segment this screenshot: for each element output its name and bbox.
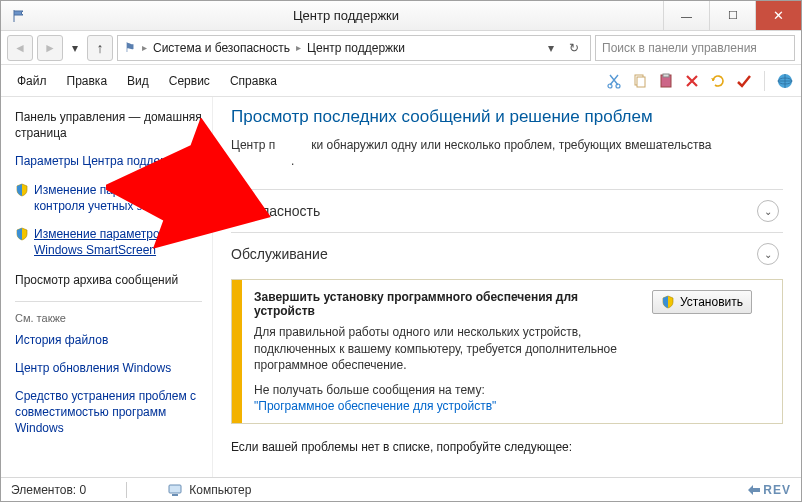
svg-rect-5 [663, 74, 669, 77]
address-bar-row: ◄ ► ▾ ↑ ⚑ ▸ Система и безопасность ▸ Цен… [1, 31, 801, 65]
sidebar-seealso-filehistory[interactable]: История файлов [15, 332, 202, 348]
menu-service[interactable]: Сервис [159, 70, 220, 92]
sidebar-item-archive[interactable]: Просмотр архива сообщений [15, 272, 202, 288]
status-computer-label: Компьютер [189, 483, 251, 497]
menu-edit[interactable]: Правка [57, 70, 118, 92]
chevron-right-icon: ▸ [142, 42, 147, 53]
address-bar[interactable]: ⚑ ▸ Система и безопасность ▸ Центр подде… [117, 35, 591, 61]
status-bar: Элементов: 0 Компьютер REV [1, 477, 801, 501]
expand-maintenance-button[interactable]: ⌄ [757, 243, 779, 265]
menu-view[interactable]: Вид [117, 70, 159, 92]
app-flag-icon [9, 6, 29, 26]
svg-point-0 [608, 84, 612, 88]
shield-icon [15, 183, 29, 197]
up-button[interactable]: ↑ [87, 35, 113, 61]
sidebar-item-smartscreen[interactable]: Изменение параметров Windows SmartScreen [15, 226, 202, 258]
page-heading: Просмотр последних сообщений и решение п… [231, 107, 783, 127]
alert-title: Завершить установку программного обеспеч… [254, 290, 640, 318]
sidebar-item-home[interactable]: Панель управления — домашняя страница [15, 109, 202, 141]
alert-suppress-link[interactable]: "Программное обеспечение для устройств" [254, 399, 640, 413]
brand-watermark: REV [747, 483, 791, 497]
shield-icon [15, 227, 29, 241]
page-subtext: Центр пxxxxxxки обнаружил одну или неско… [231, 137, 783, 169]
chevron-right-icon: ▸ [296, 42, 301, 53]
sidebar-item-uac[interactable]: Изменение параметров контроля учетных за… [15, 182, 202, 214]
status-elements-count: Элементов: 0 [11, 483, 86, 497]
computer-icon [167, 482, 183, 498]
address-dropdown-button[interactable]: ▾ [541, 41, 561, 55]
search-input[interactable]: Поиск в панели управления [595, 35, 795, 61]
paste-icon[interactable] [656, 71, 676, 91]
maximize-button[interactable]: ☐ [709, 1, 755, 30]
sidebar-seealso-compat[interactable]: Средство устранения проблем с совместимо… [15, 388, 202, 437]
copy-icon[interactable] [630, 71, 650, 91]
flag-icon: ⚑ [124, 40, 136, 55]
alert-link-label: Не получать больше сообщения на тему: [254, 383, 640, 397]
close-button[interactable]: ✕ [755, 1, 801, 30]
menu-bar: Файл Правка Вид Сервис Справка [1, 65, 801, 97]
svg-rect-8 [169, 485, 181, 493]
sidebar-item-ac-settings[interactable]: Параметры Центра поддержки [15, 153, 202, 169]
menu-help[interactable]: Справка [220, 70, 287, 92]
forward-button[interactable]: ► [37, 35, 63, 61]
svg-point-1 [616, 84, 620, 88]
expand-security-button[interactable]: ⌄ [757, 200, 779, 222]
alert-description: Для правильной работы одного или несколь… [254, 324, 640, 373]
title-bar: Центр поддержки — ☐ ✕ [1, 1, 801, 31]
refresh-button[interactable]: ↻ [564, 41, 584, 55]
cut-icon[interactable] [604, 71, 624, 91]
section-maintenance[interactable]: Обслуживание ⌄ [231, 232, 783, 275]
svg-rect-3 [637, 77, 645, 87]
svg-rect-9 [172, 494, 178, 496]
main-content: Просмотр последних сообщений и решение п… [213, 97, 801, 477]
undo-icon[interactable] [708, 71, 728, 91]
shield-icon [661, 295, 675, 309]
window-title: Центр поддержки [29, 8, 663, 23]
sidebar-seealso-update[interactable]: Центр обновления Windows [15, 360, 202, 376]
alert-severity-stripe [232, 280, 242, 423]
alert-box: Завершить установку программного обеспеч… [231, 279, 783, 424]
history-dropdown-button[interactable]: ▾ [67, 35, 83, 61]
section-security[interactable]: Безопасность ⌄ [231, 189, 783, 232]
breadcrumb-segment[interactable]: Центр поддержки [307, 41, 405, 55]
delete-icon[interactable] [682, 71, 702, 91]
back-button[interactable]: ◄ [7, 35, 33, 61]
search-placeholder: Поиск в панели управления [602, 41, 757, 55]
minimize-button[interactable]: — [663, 1, 709, 30]
sidebar-seealso-header: См. также [15, 312, 202, 324]
menu-file[interactable]: Файл [7, 70, 57, 92]
apply-icon[interactable] [734, 71, 754, 91]
footer-text: Если вашей проблемы нет в списке, попроб… [231, 440, 783, 454]
install-button[interactable]: Установить [652, 290, 752, 314]
breadcrumb-segment[interactable]: Система и безопасность [153, 41, 290, 55]
sidebar: Панель управления — домашняя страница Па… [1, 97, 213, 477]
globe-icon[interactable] [775, 71, 795, 91]
